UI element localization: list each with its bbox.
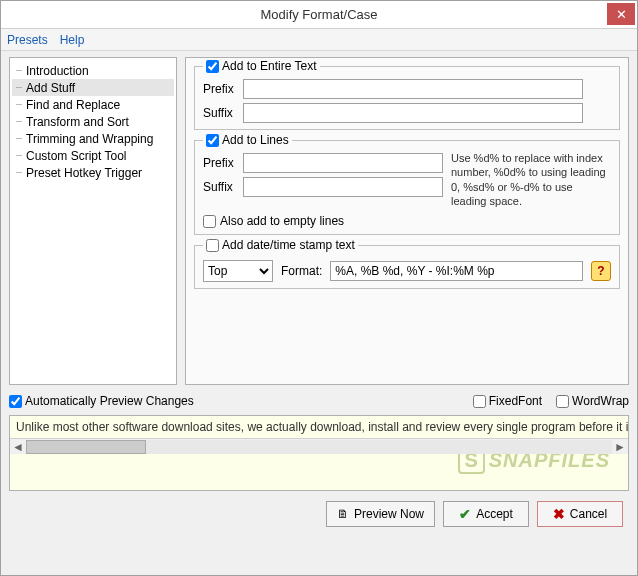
cancel-button[interactable]: ✖ Cancel	[537, 501, 623, 527]
input-prefix-entire[interactable]	[243, 79, 583, 99]
tree-item-custom-script[interactable]: ┄Custom Script Tool	[12, 147, 174, 164]
scroll-track[interactable]	[26, 440, 612, 454]
tree-item-introduction[interactable]: ┄Introduction	[12, 62, 174, 79]
button-label: Preview Now	[354, 507, 424, 521]
tree-item-trimming-wrapping[interactable]: ┄Trimming and Wrapping	[12, 130, 174, 147]
settings-panel: Add to Entire Text Prefix Suffix Add to	[185, 57, 629, 385]
tree-label: Preset Hotkey Trigger	[26, 166, 142, 180]
preview-now-button[interactable]: 🗎 Preview Now	[326, 501, 435, 527]
checkbox-add-date[interactable]	[206, 239, 219, 252]
tree-label: Transform and Sort	[26, 115, 129, 129]
button-label: Accept	[476, 507, 513, 521]
input-suffix-entire[interactable]	[243, 103, 583, 123]
group-title: Add date/time stamp text	[222, 238, 355, 252]
upper-pane: ┄Introduction ┄Add Stuff ┄Find and Repla…	[9, 57, 629, 385]
tree-dash-icon: ┄	[16, 150, 22, 161]
window-title: Modify Format/Case	[1, 7, 637, 22]
question-icon: ?	[597, 264, 604, 278]
group-add-date: Add date/time stamp text Top Format: ?	[194, 245, 620, 289]
label-auto-preview: Automatically Preview Changes	[25, 394, 194, 408]
menu-presets[interactable]: Presets	[7, 33, 48, 47]
menubar: Presets Help	[1, 29, 637, 51]
help-button[interactable]: ?	[591, 261, 611, 281]
titlebar: Modify Format/Case ✕	[1, 1, 637, 29]
tree-dash-icon: ┄	[16, 82, 22, 93]
menu-help[interactable]: Help	[60, 33, 85, 47]
group-add-lines: Add to Lines Prefix Suffix	[194, 140, 620, 235]
dialog-body: ┄Introduction ┄Add Stuff ┄Find and Repla…	[1, 51, 637, 575]
checkbox-auto-preview[interactable]	[9, 395, 22, 408]
label-prefix-entire: Prefix	[203, 82, 237, 96]
checkbox-fixed-font[interactable]	[473, 395, 486, 408]
group-header-entire: Add to Entire Text	[203, 59, 320, 73]
button-label: Cancel	[570, 507, 607, 521]
input-prefix-lines[interactable]	[243, 153, 443, 173]
preview-panel: Unlike most other software download site…	[9, 415, 629, 491]
label-prefix-lines: Prefix	[203, 156, 237, 170]
tree-label: Custom Script Tool	[26, 149, 126, 163]
tree-item-find-replace[interactable]: ┄Find and Replace	[12, 96, 174, 113]
label-fixed-font: FixedFont	[489, 394, 542, 408]
close-icon: ✕	[616, 7, 627, 22]
checkbox-word-wrap[interactable]	[556, 395, 569, 408]
button-row: 🗎 Preview Now ✔ Accept ✖ Cancel	[9, 501, 629, 527]
tree-dash-icon: ┄	[16, 133, 22, 144]
dialog-window: Modify Format/Case ✕ Presets Help ┄Intro…	[0, 0, 638, 576]
preview-icon: 🗎	[337, 507, 349, 521]
checkbox-add-empty-lines[interactable]	[203, 215, 216, 228]
tree-label: Introduction	[26, 64, 89, 78]
group-header-date: Add date/time stamp text	[203, 238, 358, 252]
input-date-format[interactable]	[330, 261, 583, 281]
tree-label: Find and Replace	[26, 98, 120, 112]
checkbox-add-entire-text[interactable]	[206, 60, 219, 73]
tree-label: Add Stuff	[26, 81, 75, 95]
tree-item-preset-hotkey[interactable]: ┄Preset Hotkey Trigger	[12, 164, 174, 181]
category-tree: ┄Introduction ┄Add Stuff ┄Find and Repla…	[9, 57, 177, 385]
group-header-lines: Add to Lines	[203, 133, 292, 147]
horizontal-scrollbar[interactable]: ◄ ►	[10, 438, 628, 454]
check-icon: ✔	[459, 506, 471, 522]
group-title: Add to Lines	[222, 133, 289, 147]
accept-button[interactable]: ✔ Accept	[443, 501, 529, 527]
scroll-left-arrow-icon[interactable]: ◄	[10, 440, 26, 454]
tree-dash-icon: ┄	[16, 116, 22, 127]
preview-text: Unlike most other software download site…	[10, 416, 628, 438]
label-suffix-lines: Suffix	[203, 180, 237, 194]
x-icon: ✖	[553, 506, 565, 522]
group-title: Add to Entire Text	[222, 59, 317, 73]
label-suffix-entire: Suffix	[203, 106, 237, 120]
label-format: Format:	[281, 264, 322, 278]
tree-dash-icon: ┄	[16, 65, 22, 76]
label-word-wrap: WordWrap	[572, 394, 629, 408]
scroll-right-arrow-icon[interactable]: ►	[612, 440, 628, 454]
tree-item-transform-sort[interactable]: ┄Transform and Sort	[12, 113, 174, 130]
scroll-thumb[interactable]	[26, 440, 146, 454]
label-add-empty-lines: Also add to empty lines	[220, 214, 344, 228]
close-button[interactable]: ✕	[607, 3, 635, 25]
tree-label: Trimming and Wrapping	[26, 132, 153, 146]
select-date-position[interactable]: Top	[203, 260, 273, 282]
options-row: Automatically Preview Changes FixedFont …	[9, 391, 629, 411]
tree-item-add-stuff[interactable]: ┄Add Stuff	[12, 79, 174, 96]
lines-hint-text: Use %d% to replace with index number, %0…	[451, 149, 611, 208]
checkbox-add-lines[interactable]	[206, 134, 219, 147]
group-add-entire-text: Add to Entire Text Prefix Suffix	[194, 66, 620, 130]
tree-dash-icon: ┄	[16, 167, 22, 178]
tree-dash-icon: ┄	[16, 99, 22, 110]
input-suffix-lines[interactable]	[243, 177, 443, 197]
